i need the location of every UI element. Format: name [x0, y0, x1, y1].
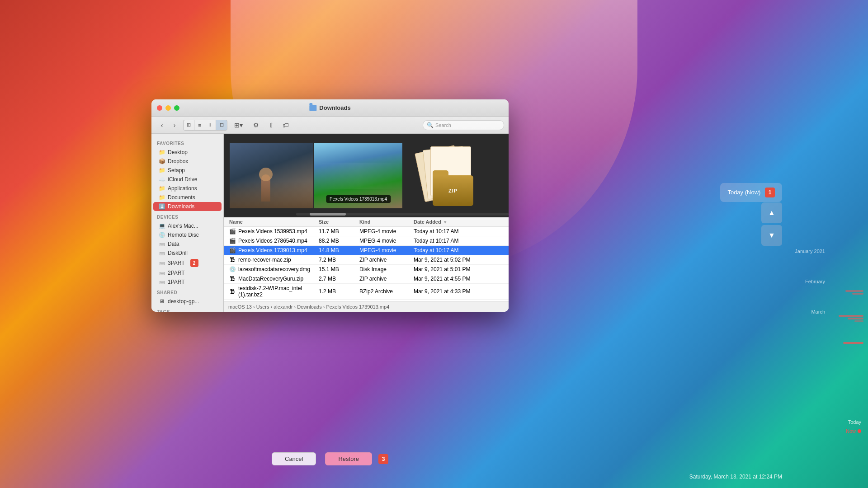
sidebar-item-desktop-gp[interactable]: 🖥 desktop-gp... [153, 297, 222, 306]
file-name-4: lazesoftmacdatarecovery.dmg [238, 266, 310, 272]
header-name: Name [229, 219, 319, 225]
sidebar-item-downloads[interactable]: ⬇️ Downloads [153, 202, 222, 211]
sidebar-item-icloud[interactable]: ☁️ iCloud Drive [153, 175, 222, 184]
preview-filmstrip: Pexels Videos 1739013.mp4 [230, 142, 503, 210]
search-box[interactable]: 🔍 Search [423, 120, 504, 130]
sidebar-item-dropbox[interactable]: 📦 Dropbox [153, 157, 222, 166]
sidebar-item-data[interactable]: 🖴 Data [153, 239, 222, 249]
file-row-4[interactable]: 💿 lazesoftmacdatarecovery.dmg 15.1 MB Di… [224, 265, 509, 274]
sidebar-item-alecs-mac[interactable]: 💻 Alex's Mac... [153, 221, 222, 230]
documents-icon: 📁 [159, 194, 165, 201]
action-bar: Cancel Restore 3 [151, 452, 509, 465]
close-button[interactable] [157, 105, 162, 111]
sidebar-item-desktop[interactable]: 📁 Desktop [153, 148, 222, 157]
preview-thumb-1 [230, 143, 313, 208]
file-date-0: Today at 10:17 AM [414, 228, 503, 235]
sidebar-item-diskdrill[interactable]: 🖴 DiskDrill [153, 249, 222, 258]
sidebar-item-remote-disc[interactable]: 💿 Remote Disc [153, 230, 222, 239]
h-scrollbar-thumb [310, 213, 346, 216]
finder-window: Downloads ‹ › ⊞ ≡ ⫴ ⊟ ⊞▾ ⚙ ⇧ 🏷 🔍 Search … [151, 99, 509, 312]
view-list-button[interactable]: ≡ [194, 120, 205, 130]
forward-button[interactable]: › [169, 120, 180, 130]
file-row-6[interactable]: 🗜 testdisk-7.2-WIP.mac_intel (1).tar.bz2… [224, 284, 509, 300]
view-column-button[interactable]: ⫴ [205, 120, 216, 130]
sidebar-item-documents[interactable]: 📁 Documents [153, 193, 222, 202]
diskdrill-icon: 🖴 [159, 250, 165, 256]
main-content: Pexels Videos 1739013.mp4 [224, 134, 509, 312]
file-row-2[interactable]: 🎬 Pexels Videos 1739013.mp4 14.8 MB MPEG… [224, 246, 509, 255]
sidebar-item-3part[interactable]: 🖴 3PART 2 [153, 258, 222, 268]
sidebar-applications-label: Applications [168, 185, 197, 192]
file-row-3[interactable]: 🗜 remo-recover-mac.zip 7.2 MB ZIP archiv… [224, 255, 509, 265]
1part-icon: 🖴 [159, 279, 165, 285]
file-name-3: remo-recover-mac.zip [238, 257, 291, 263]
file-size-3: 7.2 MB [319, 257, 359, 263]
applications-icon: 📁 [159, 185, 165, 192]
file-kind-1: MPEG-4 movie [359, 238, 414, 244]
titlebar: Downloads [151, 99, 509, 117]
toolbar: ‹ › ⊞ ≡ ⫴ ⊟ ⊞▾ ⚙ ⇧ 🏷 🔍 Search [151, 117, 509, 134]
sidebar-item-2part[interactable]: 🖴 2PART [153, 268, 222, 277]
file-name-cell-6: 🗜 testdisk-7.2-WIP.mac_intel (1).tar.bz2 [229, 285, 319, 298]
restore-button[interactable]: Restore [325, 452, 372, 465]
file-row-5[interactable]: 🗜 MacDataRecoveryGuru.zip 2.7 MB ZIP arc… [224, 274, 509, 284]
traffic-lights [157, 105, 179, 111]
sidebar-diskdrill-label: DiskDrill [168, 250, 188, 256]
favorites-section-label: Favorites [151, 137, 223, 148]
search-placeholder: Search [435, 122, 451, 128]
back-button[interactable]: ‹ [156, 120, 168, 130]
2part-icon: 🖴 [159, 270, 165, 276]
datetime-text: Saturday, March 13, 2021 at 12:24 PM [689, 474, 782, 480]
file-name-cell-2: 🎬 Pexels Videos 1739013.mp4 [229, 247, 319, 253]
sidebar-setapp-label: Setapp [168, 167, 185, 174]
sidebar-item-1part[interactable]: 🖴 1PART [153, 277, 222, 286]
file-row-1[interactable]: 🎬 Pexels Videos 2786540.mp4 88.2 MB MPEG… [224, 236, 509, 246]
share-button[interactable]: ⇧ [265, 120, 277, 130]
file-row-0[interactable]: 🎬 Pexels Videos 1539953.mp4 11.7 MB MPEG… [224, 227, 509, 236]
preview-thumb-2[interactable]: Pexels Videos 1739013.mp4 [314, 143, 402, 208]
file-name-6: testdisk-7.2-WIP.mac_intel (1).tar.bz2 [238, 285, 319, 298]
nav-down-button[interactable]: ▼ [761, 225, 782, 246]
timeline-today-bottom: Today [848, 419, 861, 425]
file-date-1: Today at 10:17 AM [414, 238, 503, 244]
file-kind-0: MPEG-4 movie [359, 228, 414, 235]
header-size: Size [319, 219, 359, 225]
sidebar-item-applications[interactable]: 📁 Applications [153, 184, 222, 193]
shared-section-label: Shared [151, 286, 223, 297]
timeline-bar-mar [836, 341, 863, 345]
header-kind: Kind [359, 219, 414, 225]
month-labels: January 2021 February March [795, 249, 825, 314]
sidebar-3part-label: 3PART [168, 260, 185, 266]
sidebar-mac-label: Alex's Mac... [168, 223, 198, 229]
file-icon-2: 🎬 [229, 247, 236, 253]
group-button[interactable]: ⊞▾ [230, 120, 246, 130]
mac-icon: 💻 [159, 223, 165, 229]
cancel-button[interactable]: Cancel [272, 452, 316, 465]
file-kind-5: ZIP archive [359, 276, 414, 282]
bottom-datetime: Saturday, March 13, 2021 at 12:24 PM [689, 474, 782, 480]
action-button[interactable]: ⚙ [249, 120, 263, 130]
header-date: Date Added ▼ [414, 219, 503, 225]
sidebar-dropbox-label: Dropbox [168, 158, 188, 164]
file-icon-1: 🎬 [229, 238, 236, 244]
file-name-1: Pexels Videos 2786540.mp4 [238, 238, 307, 244]
month-march: March [795, 309, 825, 314]
preview-zip-stack: ZIP [403, 142, 503, 210]
nav-up-button[interactable]: ▲ [761, 202, 782, 223]
badge-2: 2 [190, 259, 198, 267]
minimize-button[interactable] [165, 105, 171, 111]
view-toggle: ⊞ ≡ ⫴ ⊟ [183, 120, 227, 131]
fullscreen-button[interactable] [174, 105, 179, 111]
h-scrollbar[interactable] [296, 213, 509, 216]
timeline-now-bottom: Now [846, 428, 861, 434]
restore-group: Restore 3 [325, 452, 388, 465]
file-name-cell-1: 🎬 Pexels Videos 2786540.mp4 [229, 238, 319, 244]
file-size-6: 1.2 MB [319, 288, 359, 295]
file-date-6: Mar 9, 2021 at 4:33 PM [414, 288, 503, 295]
edit-tags-button[interactable]: 🏷 [280, 120, 292, 130]
view-gallery-button[interactable]: ⊟ [216, 120, 227, 130]
folder-title-icon [309, 105, 316, 111]
sidebar-item-setapp[interactable]: 📁 Setapp [153, 166, 222, 175]
statusbar: macOS 13 › Users › alexandr › Downloads … [224, 301, 509, 312]
view-icon-button[interactable]: ⊞ [184, 120, 194, 130]
